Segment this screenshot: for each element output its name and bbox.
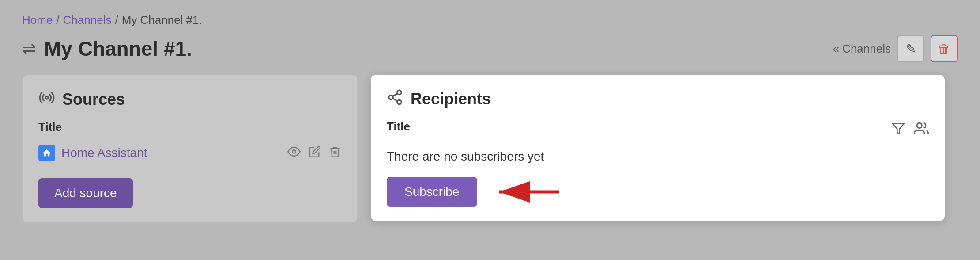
svg-point-1 (292, 150, 296, 153)
sources-card-title: Sources (62, 90, 125, 109)
delete-channel-button[interactable]: 🗑 (931, 35, 958, 62)
recipients-col-row: Title (387, 120, 929, 141)
svg-line-6 (393, 93, 398, 96)
sources-card-header: Sources (38, 89, 341, 110)
sources-col-header: Title (38, 120, 341, 134)
source-name-group: Home Assistant (38, 145, 147, 161)
breadcrumb-home[interactable]: Home (22, 13, 53, 27)
breadcrumb-sep1: / (56, 13, 59, 27)
arrow-annotation (490, 179, 561, 205)
breadcrumb-current: My Channel #1. (122, 13, 202, 27)
group-icon[interactable] (914, 121, 929, 139)
recipients-card: Recipients Title (371, 75, 945, 221)
title-row: ⇌ My Channel #1. « Channels ✎ 🗑 (22, 35, 958, 62)
title-actions: « Channels ✎ 🗑 (833, 35, 958, 62)
breadcrumb-sep2: / (115, 13, 118, 27)
svg-line-5 (393, 98, 398, 101)
sources-card: Sources Title Home Assistant (22, 75, 358, 223)
content-row: Sources Title Home Assistant (22, 75, 958, 223)
breadcrumb: Home / Channels / My Channel #1. (22, 13, 958, 27)
add-source-button[interactable]: Add source (38, 178, 133, 208)
edit-source-icon[interactable] (309, 145, 321, 161)
page-title: My Channel #1. (44, 37, 192, 61)
recipients-card-header: Recipients (387, 89, 929, 109)
source-row: Home Assistant (38, 141, 341, 165)
filter-icon[interactable] (892, 122, 905, 138)
transfer-icon: ⇌ (22, 39, 36, 58)
page-wrapper: Home / Channels / My Channel #1. ⇌ My Ch… (0, 0, 980, 260)
recipients-icon (387, 89, 403, 109)
edit-channel-button[interactable]: ✎ (897, 35, 924, 62)
source-actions (287, 145, 341, 161)
subscribe-row: Subscribe (387, 177, 929, 207)
home-assistant-icon (38, 145, 55, 161)
sources-icon (38, 89, 55, 110)
subscribe-button[interactable]: Subscribe (387, 177, 477, 207)
recipients-col-header: Title (387, 120, 410, 134)
page-title-group: ⇌ My Channel #1. (22, 37, 192, 61)
back-to-channels-link[interactable]: « Channels (833, 42, 891, 56)
no-subscribers-text: There are no subscribers yet (387, 149, 929, 164)
svg-point-0 (45, 96, 48, 99)
svg-marker-7 (893, 124, 904, 134)
recipients-icons (892, 121, 929, 139)
trash-icon: 🗑 (938, 42, 950, 56)
svg-point-8 (917, 123, 922, 128)
recipients-card-title: Recipients (411, 90, 491, 108)
edit-icon: ✎ (906, 42, 916, 56)
breadcrumb-channels[interactable]: Channels (63, 13, 112, 27)
source-name-link[interactable]: Home Assistant (61, 146, 147, 160)
delete-source-icon[interactable] (329, 145, 341, 161)
view-source-icon[interactable] (287, 145, 301, 161)
